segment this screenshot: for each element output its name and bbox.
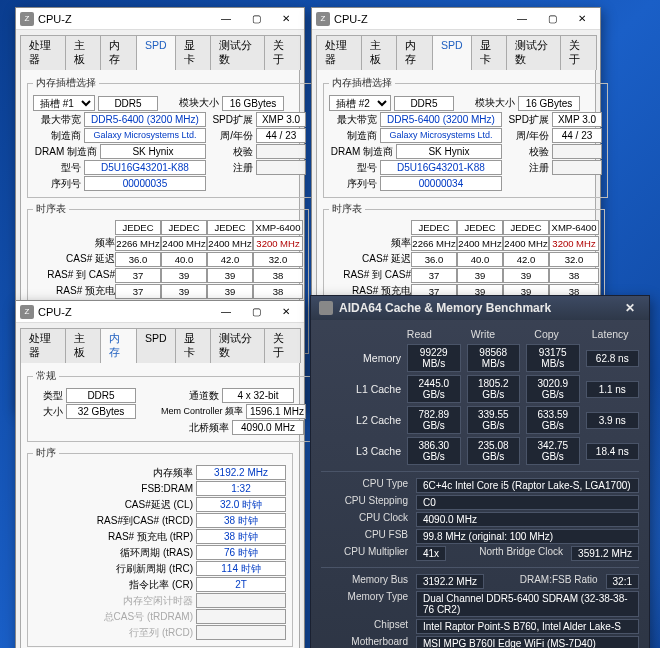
tab-cpu[interactable]: 处理器 [20, 328, 66, 363]
tab-cpu[interactable]: 处理器 [316, 35, 362, 70]
timing-cell: 42.0 [503, 252, 549, 267]
tab-spd[interactable]: SPD [136, 328, 176, 363]
l3-copy: 342.75 GB/s [526, 437, 580, 465]
timing-row-label: CAS# 延迟 [33, 252, 115, 267]
timing-col-1: JEDEC #7 [457, 220, 503, 235]
window-title: CPU-Z [334, 13, 508, 25]
timing-cell: 36.0 [411, 252, 457, 267]
tab-bench[interactable]: 测试分数 [210, 35, 265, 70]
timing-col-0: JEDEC #6 [115, 220, 161, 235]
multiplier-label: CPU Multiplier [321, 546, 416, 561]
timing-cell: 39 [457, 268, 503, 283]
slot-select[interactable]: 插槽 #1 [33, 95, 95, 111]
maximize-button[interactable]: ▢ [242, 10, 270, 28]
module-size-label: 模块大小 [457, 96, 515, 110]
tab-graphics[interactable]: 显卡 [175, 35, 212, 70]
tab-bar: 处理器 主板 内存 SPD 显卡 测试分数 关于 [16, 30, 304, 69]
minimize-button[interactable]: — [508, 10, 536, 28]
mem-timing-label: 行刷新周期 (tRC) [33, 562, 193, 576]
nb-freq: 4090.0 MHz [232, 420, 304, 435]
timing-cell: 3200 MHz [253, 236, 303, 251]
close-button[interactable]: ✕ [568, 10, 596, 28]
mem-timing-row: 行刷新周期 (tRC)114 时钟 [33, 561, 287, 576]
mem-timing-row: CAS#延迟 (CL)32.0 时钟 [33, 497, 287, 512]
mem-type: DDR5 [98, 96, 158, 111]
tab-mainboard[interactable]: 主板 [361, 35, 398, 70]
tab-mainboard[interactable]: 主板 [65, 328, 102, 363]
membus-label: Memory Bus [321, 574, 416, 589]
row-l3: L3 Cache 386.30 GB/s 235.08 GB/s 342.75 … [321, 437, 639, 465]
module-size-label: 模块大小 [161, 96, 219, 110]
slot-group-legend: 内存插槽选择 [33, 76, 99, 90]
tab-about[interactable]: 关于 [264, 35, 301, 70]
timing-cell: 2266 MHz [115, 236, 161, 251]
titlebar[interactable]: Z CPU-Z — ▢ ✕ [16, 8, 304, 30]
timing-cell: 32.0 [253, 252, 303, 267]
close-button[interactable]: ✕ [619, 301, 641, 315]
tab-graphics[interactable]: 显卡 [175, 328, 212, 363]
mem-read: 99229 MB/s [407, 344, 461, 372]
dram-mfr: SK Hynix [100, 144, 206, 159]
aida-info-value: 4090.0 MHz [416, 512, 639, 527]
tab-bench[interactable]: 测试分数 [210, 328, 265, 363]
cpuz-icon: Z [20, 12, 34, 26]
l2-row-label: L2 Cache [321, 414, 401, 426]
idle-value [196, 593, 286, 608]
row-l2: L2 Cache 782.89 GB/s 339.55 GB/s 633.59 … [321, 406, 639, 434]
tab-about[interactable]: 关于 [560, 35, 597, 70]
aida-info-label: Chipset [321, 619, 416, 634]
tab-cpu[interactable]: 处理器 [20, 35, 66, 70]
rank-label: 校验 [209, 145, 253, 159]
timing-row: RAS# 预充电37393938 [33, 284, 303, 299]
tab-spd[interactable]: SPD [136, 35, 176, 70]
close-button[interactable]: ✕ [272, 303, 300, 321]
mem-lat: 62.8 ns [586, 350, 640, 367]
mem-timing-value: 3192.2 MHz [196, 465, 286, 480]
col-latency: Latency [581, 328, 639, 340]
slot-group-legend: 内存插槽选择 [329, 76, 395, 90]
channels: 4 x 32-bit [222, 388, 294, 403]
mem-timing-row: 循环周期 (tRAS)76 时钟 [33, 545, 287, 560]
timing-row: CAS# 延迟36.040.042.032.0 [329, 252, 599, 267]
tab-bar: 处理器 主板 内存 SPD 显卡 测试分数 关于 [312, 30, 600, 69]
maximize-button[interactable]: ▢ [242, 303, 270, 321]
titlebar[interactable]: Z CPU-Z — ▢ ✕ [312, 8, 600, 30]
aida-info-row: ChipsetIntel Raptor Point-S B760, Intel … [321, 619, 639, 634]
tab-spd[interactable]: SPD [432, 35, 472, 70]
spd-ext: XMP 3.0 [552, 112, 602, 127]
l1-read: 2445.0 GB/s [407, 375, 461, 403]
row-l1: L1 Cache 2445.0 GB/s 1805.2 GB/s 3020.9 … [321, 375, 639, 403]
tab-mainboard[interactable]: 主板 [65, 35, 102, 70]
registered [552, 160, 602, 175]
general-legend: 常规 [33, 369, 59, 383]
maximize-button[interactable]: ▢ [538, 10, 566, 28]
minimize-button[interactable]: — [212, 10, 240, 28]
titlebar[interactable]: Z CPU-Z — ▢ ✕ [16, 301, 304, 323]
timing-cell: 36.0 [115, 252, 161, 267]
aida-titlebar[interactable]: AIDA64 Cache & Memory Benchmark ✕ [311, 296, 649, 320]
timings-legend: 时序表 [329, 202, 365, 216]
col-copy: Copy [518, 328, 576, 340]
close-button[interactable]: ✕ [272, 10, 300, 28]
mfr-label: 制造商 [329, 129, 377, 143]
window-title: CPU-Z [38, 306, 212, 318]
tab-graphics[interactable]: 显卡 [471, 35, 508, 70]
timing-legend: 时序 [33, 446, 59, 460]
mem-timing-label: 内存频率 [33, 466, 193, 480]
slot-select[interactable]: 插槽 #2 [329, 95, 391, 111]
tab-memory[interactable]: 内存 [100, 35, 137, 70]
tab-memory[interactable]: 内存 [100, 328, 137, 363]
mem-write: 98568 MB/s [467, 344, 521, 372]
mc-label: Mem Controller 频率 [139, 405, 243, 418]
timing-cell: 39 [161, 284, 207, 299]
membus-value: 3192.2 MHz [416, 574, 484, 589]
mem-timing-label: 循环周期 (tRAS) [33, 546, 193, 560]
timing-cell: 37 [411, 268, 457, 283]
tab-about[interactable]: 关于 [264, 328, 301, 363]
tab-memory[interactable]: 内存 [396, 35, 433, 70]
tab-bench[interactable]: 测试分数 [506, 35, 561, 70]
minimize-button[interactable]: — [212, 303, 240, 321]
mem-timing-row: 指令比率 (CR)2T [33, 577, 287, 592]
spd-ext: XMP 3.0 [256, 112, 306, 127]
dram-mfr: SK Hynix [396, 144, 502, 159]
